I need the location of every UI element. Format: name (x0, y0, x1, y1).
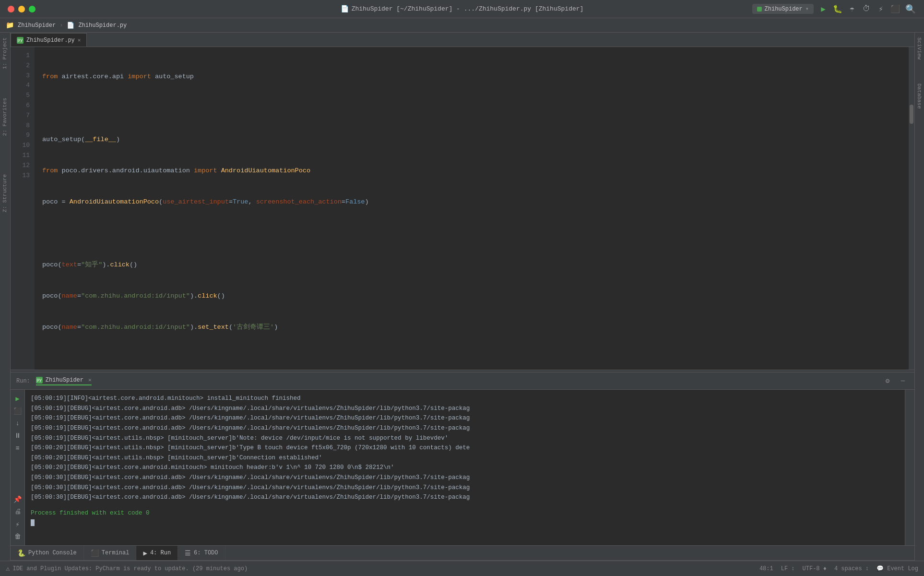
scrollbar-thumb[interactable] (910, 105, 913, 124)
bottom-tab-terminal-label: Terminal (102, 550, 130, 556)
sidebar-item-structure[interactable]: Z: Structure (0, 169, 10, 217)
terminal-icon: ⬛ (91, 549, 99, 557)
run-tab-icon: py (36, 377, 43, 384)
toolbar-right: ZhihuSpider ▾ ▶ 🐛 ☂ ⏱ ⚡ ⬛ 🔍 (752, 3, 916, 15)
bottom-tab-todo-label: 6: TODO (194, 550, 218, 556)
status-position[interactable]: 48:1 (759, 565, 773, 572)
run-config-dot (757, 7, 762, 12)
run-icon: ▶ (143, 549, 147, 557)
run-pause-icon[interactable]: ⏸ (13, 431, 23, 441)
bottom-tab-python-console-label: Python Console (28, 550, 77, 556)
breadcrumb-project[interactable]: ZhihuSpider (18, 22, 56, 29)
right-panel-database[interactable]: Database (915, 79, 924, 114)
bottom-tab-python-console[interactable]: 🐍 Python Console (11, 546, 84, 560)
run-panel-right (905, 390, 914, 545)
tab-file-icon: py (17, 37, 24, 44)
code-line-10 (42, 353, 901, 364)
run-play-icon[interactable]: ▶ (13, 394, 23, 403)
tab-close-button[interactable]: ✕ (78, 37, 81, 43)
run-output-line-5: [05:00:19][DEBUG]<airtest.utils.nbsp> [m… (31, 433, 899, 444)
statusbar: ⚠ IDE and Plugin Updates: PyCharm is rea… (0, 561, 924, 576)
run-tab-label: ZhihuSpider (46, 377, 83, 384)
code-line-4: from poco.drivers.android.uiautomation i… (42, 166, 901, 176)
bottom-tabs: 🐍 Python Console ⬛ Terminal ▶ 4: Run ☰ 6… (11, 545, 914, 561)
statusbar-right: 48:1 LF ↕ UTF-8 ♦ 4 spaces ↕ 💬 Event Log (759, 565, 918, 572)
run-sidebar: ▶ ⬛ ↓ ⏸ ≡ 📌 🖨 ⚡ 🗑 (11, 390, 25, 545)
run-toolbar-icons: ▶ 🐛 ☂ ⏱ ⚡ ⬛ (817, 3, 901, 15)
run-button[interactable]: ▶ (817, 3, 829, 15)
breadcrumb-file[interactable]: ZhihuSpider.py (78, 22, 127, 29)
run-panel: Run: py ZhihuSpider ✕ ⚙ ─ ▶ ⬛ ↓ ⏸ ≡ (11, 372, 914, 545)
editor-tab-zhihuspider[interactable]: py ZhihuSpider.py ✕ (11, 33, 87, 47)
bottom-tab-todo[interactable]: ☰ 6: TODO (178, 546, 225, 560)
run-output-line-8: [05:00:20][DEBUG]<airtest.core.android.m… (31, 463, 899, 473)
titlebar: 📄 ZhihuSpider [~/ZhihuSpider] - .../Zhih… (0, 0, 924, 18)
editor-panel: py ZhihuSpider.py ✕ 1 2 3 4 5 6 7 8 9 10… (11, 33, 914, 561)
search-everywhere-icon[interactable]: 🔍 (905, 3, 916, 15)
coverage-button[interactable]: ☂ (846, 3, 858, 15)
minimize-button[interactable] (18, 6, 25, 12)
run-output-line-7: [05:00:20][DEBUG]<airtest.utils.nbsp> [m… (31, 453, 899, 463)
run-pin-icon[interactable]: 📌 (13, 494, 23, 504)
run-scroll-down-icon[interactable]: ↓ (13, 419, 23, 428)
run-panel-content: ▶ ⬛ ↓ ⏸ ≡ 📌 🖨 ⚡ 🗑 [05:00:19][INFO]<airte… (11, 390, 914, 545)
run-print-icon[interactable]: 🖨 (13, 507, 23, 516)
left-outer-sidebar: 1: Project 2: Favorites Z: Structure (0, 33, 11, 561)
sidebar-item-favorites[interactable]: 2: Favorites (0, 93, 10, 141)
window-title: 📄 ZhihuSpider [~/ZhihuSpider] - .../Zhih… (341, 5, 584, 13)
run-settings-icon[interactable]: ⚙ (882, 375, 893, 387)
run-tab-close[interactable]: ✕ (88, 377, 92, 383)
stop-button[interactable]: ⬛ (889, 3, 901, 15)
code-content[interactable]: from airtest.core.api import auto_setup … (35, 47, 909, 370)
code-editor[interactable]: 1 2 3 4 5 6 7 8 9 10 11 12 13 from airte… (11, 47, 914, 370)
statusbar-message[interactable]: IDE and Plugin Updates: PyCharm is ready… (12, 565, 759, 572)
maximize-button[interactable] (29, 6, 36, 12)
tab-label: ZhihuSpider.py (26, 37, 75, 44)
code-line-3: auto_setup(__file__) (42, 134, 901, 145)
run-close-icon[interactable]: ─ (897, 375, 909, 387)
status-indent[interactable]: 4 spaces ↕ (834, 565, 869, 572)
chevron-down-icon: ▾ (806, 5, 809, 12)
code-line-9: poco(name="com.zhihu.android:id/input").… (42, 322, 901, 333)
run-output-line-3: [05:00:19][DEBUG]<airtest.core.android.a… (31, 413, 899, 423)
run-output-line-1: [05:00:19][INFO]<airtest.core.android.mi… (31, 394, 899, 404)
run-output-line-11: [05:00:30][DEBUG]<airtest.core.android.a… (31, 492, 899, 503)
code-line-5: poco = AndroidUiautomationPoco(use_airte… (42, 197, 901, 207)
traffic-lights (8, 6, 36, 12)
run-config-selector[interactable]: ZhihuSpider ▾ (752, 4, 814, 14)
status-event-log[interactable]: 💬 Event Log (877, 565, 918, 572)
code-line-1: from airtest.core.api import auto_setup (42, 72, 901, 82)
profile-button[interactable]: ⏱ (861, 3, 872, 15)
close-button[interactable] (8, 6, 14, 12)
code-line-7: poco(text="知乎").click() (42, 259, 901, 270)
run-output-line-6: [05:00:20][DEBUG]<airtest.utils.nbsp> [m… (31, 443, 899, 453)
run-output: [05:00:19][INFO]<airtest.core.android.mi… (25, 390, 905, 545)
line-numbers: 1 2 3 4 5 6 7 8 9 10 11 12 13 (11, 47, 35, 370)
run-output-line-4: [05:00:19][DEBUG]<airtest.core.android.a… (31, 423, 899, 433)
code-line-8: poco(name="com.zhihu.android:id/input").… (42, 291, 901, 301)
editor-scrollbar[interactable] (909, 47, 914, 370)
event-log-icon: 💬 (877, 565, 884, 572)
run-stop-icon[interactable]: ⬛ (13, 406, 23, 416)
run-output-line-9: [05:00:30][DEBUG]<airtest.core.android.a… (31, 473, 899, 483)
status-encoding[interactable]: UTF-8 ♦ (803, 565, 827, 572)
right-panels: SciView Database (914, 33, 924, 561)
debug-button[interactable]: 🐛 (832, 3, 843, 15)
run-panel-header: Run: py ZhihuSpider ✕ ⚙ ─ (11, 372, 914, 390)
run-sort-icon[interactable]: ≡ (13, 444, 23, 453)
run-tab-zhihuspider[interactable]: py ZhihuSpider ✕ (36, 377, 92, 385)
sidebar-item-project[interactable]: 1: Project (0, 33, 10, 74)
bottom-tab-run[interactable]: ▶ 4: Run (136, 546, 178, 560)
main-area: 1: Project 2: Favorites Z: Structure py … (0, 33, 924, 561)
run-cursor-line (31, 518, 899, 528)
breadcrumb-sep: › (59, 22, 63, 29)
run-clear-icon[interactable]: 🗑 (13, 532, 23, 541)
status-line-ending[interactable]: LF ↕ (781, 565, 795, 572)
run-with-coverage-icon[interactable]: ⚡ (875, 3, 887, 15)
editor-tab-bar: py ZhihuSpider.py ✕ (11, 33, 914, 47)
bottom-tab-terminal[interactable]: ⬛ Terminal (84, 546, 137, 560)
run-exit-message: Process finished with exit code 0 (31, 508, 899, 518)
run-stack-icon[interactable]: ⚡ (13, 519, 23, 529)
run-label: Run: (16, 378, 30, 384)
right-panel-sciview[interactable]: SciView (915, 33, 924, 64)
